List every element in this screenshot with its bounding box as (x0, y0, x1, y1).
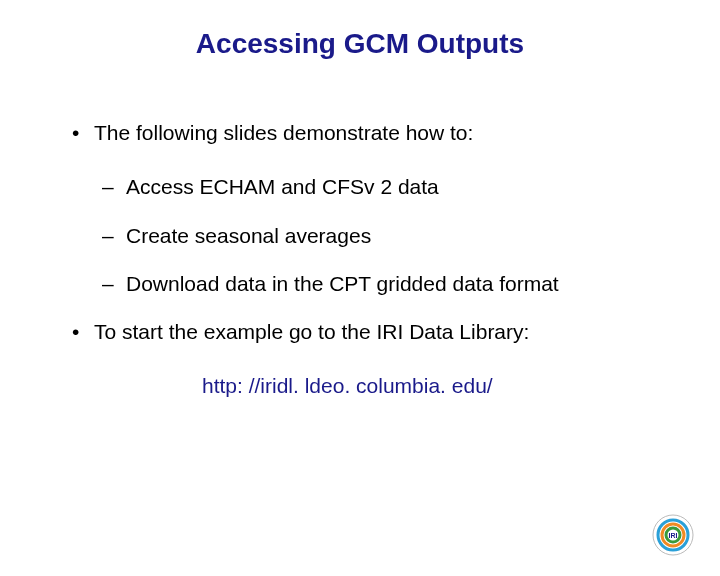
bullet-intro: The following slides demonstrate how to: (72, 120, 672, 146)
bullet-sub-access: Access ECHAM and CFSv 2 data (102, 174, 672, 200)
svg-text:IRI: IRI (669, 532, 678, 539)
slide-body: The following slides demonstrate how to:… (72, 120, 672, 400)
iri-logo-icon: IRI (652, 514, 694, 556)
slide: Accessing GCM Outputs The following slid… (0, 0, 720, 576)
bullet-sub-download: Download data in the CPT gridded data fo… (102, 271, 672, 297)
data-library-url: http: //iridl. ldeo. columbia. edu/ (202, 373, 672, 399)
slide-title: Accessing GCM Outputs (0, 28, 720, 60)
bullet-start: To start the example go to the IRI Data … (72, 319, 672, 345)
bullet-sub-create: Create seasonal averages (102, 223, 672, 249)
